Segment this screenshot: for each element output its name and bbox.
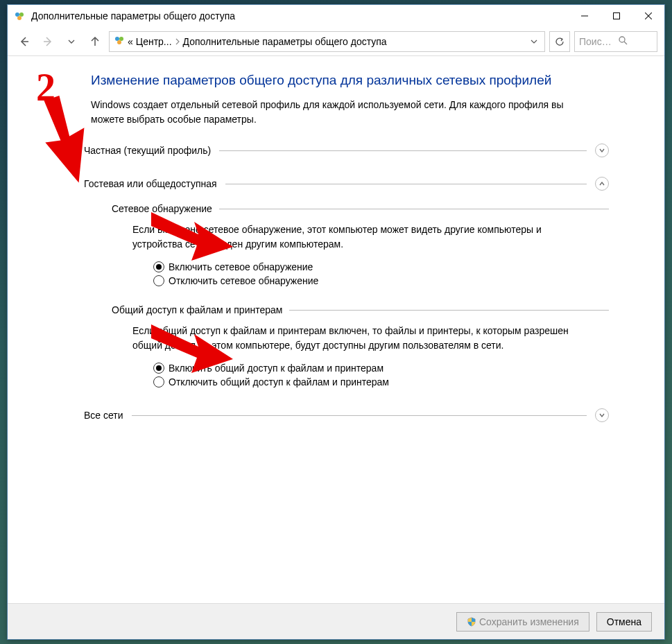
cancel-button[interactable]: Отмена — [596, 612, 652, 632]
address-icon — [114, 35, 125, 48]
address-dropdown-icon[interactable] — [528, 32, 540, 51]
svg-point-2 — [17, 16, 21, 20]
section-guest-title: Гостевая или общедоступная — [84, 178, 217, 189]
footer: Сохранить изменения Отмена — [8, 603, 664, 639]
back-button[interactable] — [15, 32, 34, 51]
section-private: Частная (текущий профиль) — [91, 143, 609, 157]
section-guest: Гостевая или общедоступная Сетевое обнар… — [91, 177, 609, 388]
network-discovery-title: Сетевое обнаружение — [112, 203, 212, 214]
chevron-down-icon — [595, 408, 609, 422]
section-all-networks: Все сети — [91, 408, 609, 422]
svg-point-13 — [619, 37, 625, 42]
minimize-button[interactable] — [569, 5, 601, 27]
breadcrumb-sep-icon — [175, 36, 180, 47]
window-title: Дополнительные параметры общего доступа — [31, 10, 569, 21]
titlebar: Дополнительные параметры общего доступа — [8, 5, 664, 27]
file-sharing-title: Общий доступ к файлам и принтерам — [112, 304, 282, 315]
page-subtext: Windows создает отдельный сетевой профил… — [91, 98, 590, 127]
shield-icon — [467, 617, 476, 627]
svg-point-10 — [115, 37, 119, 41]
svg-rect-4 — [614, 13, 620, 19]
radio-discovery-off[interactable]: Отключить сетевое обнаружение — [153, 275, 609, 286]
search-placeholder: Поиск ... — [579, 36, 614, 47]
radio-discovery-off-label: Отключить сетевое обнаружение — [169, 275, 318, 286]
section-private-title: Частная (текущий профиль) — [84, 145, 211, 156]
radio-icon — [153, 376, 164, 388]
section-private-header[interactable]: Частная (текущий профиль) — [84, 143, 609, 157]
radio-icon — [153, 363, 164, 374]
address-bar[interactable]: « Центр... Дополнительные параметры обще… — [109, 31, 545, 52]
maximize-button[interactable] — [601, 5, 632, 27]
cancel-button-label: Отмена — [607, 616, 641, 627]
network-discovery-radios: Включить сетевое обнаружение Отключить с… — [153, 261, 609, 286]
up-button[interactable] — [85, 32, 105, 51]
radio-sharing-off-label: Отключить общий доступ к файлам и принте… — [169, 376, 389, 388]
radio-icon — [153, 275, 164, 286]
svg-point-0 — [15, 12, 19, 17]
recent-dropdown-icon[interactable] — [62, 32, 81, 51]
chevron-up-icon — [595, 177, 609, 191]
radio-sharing-on[interactable]: Включить общий доступ к файлам и принтер… — [153, 363, 609, 374]
radio-discovery-on-label: Включить сетевое обнаружение — [169, 261, 313, 272]
page-title: Изменение параметров общего доступа для … — [91, 73, 609, 88]
network-discovery-desc: Если включено сетевое обнаружение, этот … — [132, 223, 576, 252]
svg-point-11 — [119, 37, 123, 41]
breadcrumb-prefix: « — [128, 36, 133, 47]
app-icon — [13, 10, 26, 22]
subsection-network-discovery: Сетевое обнаружение Если включено сетево… — [112, 203, 609, 286]
radio-discovery-on[interactable]: Включить сетевое обнаружение — [153, 261, 609, 272]
refresh-button[interactable] — [549, 31, 570, 52]
breadcrumb-level1[interactable]: Центр... — [136, 36, 172, 47]
file-sharing-desc: Если общий доступ к файлам и принтерам в… — [132, 324, 576, 353]
search-input[interactable]: Поиск ... — [574, 31, 657, 52]
save-button[interactable]: Сохранить изменения — [456, 612, 589, 632]
network-discovery-title-row: Сетевое обнаружение — [112, 203, 609, 214]
chevron-down-icon — [595, 143, 609, 157]
breadcrumb-level2[interactable]: Дополнительные параметры общего доступа — [183, 36, 387, 47]
content-area: Изменение параметров общего доступа для … — [8, 56, 664, 603]
radio-sharing-on-label: Включить общий доступ к файлам и принтер… — [169, 363, 384, 374]
section-guest-header[interactable]: Гостевая или общедоступная — [84, 177, 609, 191]
window: Дополнительные параметры общего доступа — [7, 4, 665, 640]
navbar: « Центр... Дополнительные параметры обще… — [8, 27, 664, 56]
window-controls — [569, 5, 664, 27]
section-all-header[interactable]: Все сети — [84, 408, 609, 422]
svg-point-12 — [117, 40, 121, 44]
file-sharing-radios: Включить общий доступ к файлам и принтер… — [153, 363, 609, 388]
radio-icon — [153, 261, 164, 272]
subsection-file-sharing: Общий доступ к файлам и принтерам Если о… — [112, 304, 609, 388]
search-icon — [618, 35, 653, 47]
section-all-title: Все сети — [84, 410, 123, 421]
radio-sharing-off[interactable]: Отключить общий доступ к файлам и принте… — [153, 376, 609, 388]
close-button[interactable] — [632, 5, 664, 27]
svg-line-14 — [624, 42, 627, 44]
forward-button[interactable] — [38, 32, 58, 51]
svg-point-1 — [19, 12, 24, 17]
save-button-label: Сохранить изменения — [479, 616, 579, 627]
file-sharing-title-row: Общий доступ к файлам и принтерам — [112, 304, 609, 315]
